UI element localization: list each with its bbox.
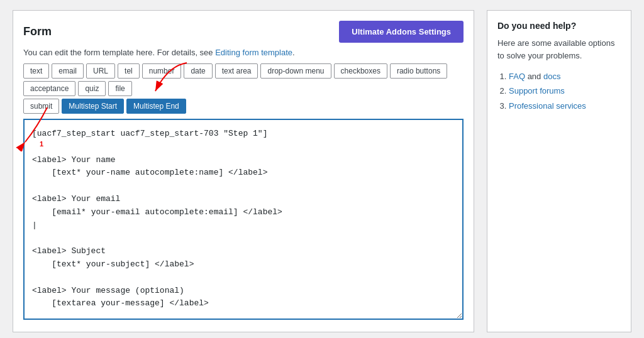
tag-button-submit[interactable]: submit (23, 99, 59, 114)
tag-button-multistep-end[interactable]: Multistep End (126, 99, 186, 114)
tag-button-acceptance[interactable]: acceptance (23, 81, 75, 96)
tag-buttons-row2: submit Multistep Start Multistep End (23, 99, 464, 114)
tag-button-textarea[interactable]: text area (215, 63, 258, 79)
tag-button-url[interactable]: URL (86, 63, 115, 79)
faq-link[interactable]: FAQ (509, 72, 525, 81)
form-header: Form Ultimate Addons Settings (23, 21, 464, 43)
form-title: Form (23, 25, 52, 38)
tag-button-tel[interactable]: tel (118, 63, 140, 79)
sidebar: Do you need help? Here are some availabl… (487, 10, 631, 332)
buttons-section: text email URL tel number date text area… (23, 63, 464, 114)
code-editor[interactable]: [uacf7_step_start uacf7_step_start-703 "… (23, 119, 464, 320)
professional-services-link[interactable]: Professional services (509, 101, 586, 111)
tag-button-multistep-start[interactable]: Multistep Start (62, 99, 124, 114)
tag-button-date[interactable]: date (184, 63, 212, 79)
tag-button-quiz[interactable]: quiz (78, 81, 106, 96)
sidebar-help-desc: Here are some available options to solve… (497, 37, 621, 62)
tag-button-file[interactable]: file (108, 81, 131, 96)
sidebar-help-list: FAQ and docs Support forums Professional… (497, 69, 621, 113)
main-content: Form Ultimate Addons Settings You can ed… (13, 10, 474, 332)
form-description: You can edit the form template here. For… (23, 48, 464, 57)
sidebar-help-title: Do you need help? (497, 21, 621, 31)
tag-button-checkboxes[interactable]: checkboxes (334, 63, 387, 79)
tag-buttons-row1: text email URL tel number date text area… (23, 63, 464, 96)
ultimate-addons-settings-button[interactable]: Ultimate Addons Settings (339, 21, 464, 43)
editing-form-template-link[interactable]: Editing form template (215, 48, 292, 57)
form-description-text: You can edit the form template here. For… (23, 48, 213, 57)
tag-button-radio[interactable]: radio buttons (390, 63, 447, 79)
help-list-item-3: Professional services (509, 99, 621, 113)
tag-button-text[interactable]: text (23, 63, 49, 79)
help-list-item-1: FAQ and docs (509, 69, 621, 84)
tag-button-dropdown[interactable]: drop-down menu (260, 63, 331, 79)
docs-link[interactable]: docs (543, 72, 560, 81)
tag-button-number[interactable]: number (142, 63, 182, 79)
support-forums-link[interactable]: Support forums (509, 86, 565, 95)
help-list-item-2: Support forums (509, 84, 621, 98)
tag-button-email[interactable]: email (52, 63, 84, 79)
